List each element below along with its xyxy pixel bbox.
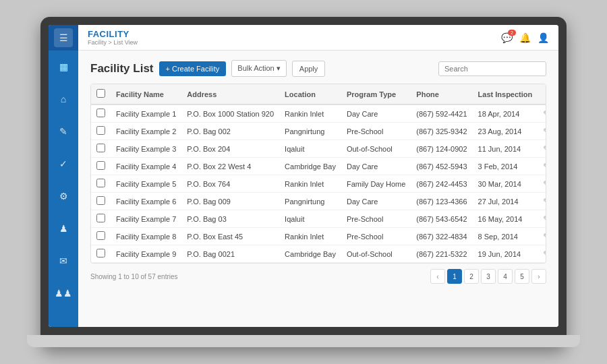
row-program: Pre-School <box>341 210 411 228</box>
settings-icon[interactable]: ⚙ <box>54 187 73 206</box>
apply-button[interactable]: Apply <box>292 61 326 77</box>
create-facility-button[interactable]: + Create Facility <box>159 61 227 76</box>
sidebar: ☰ ▦ ⌂ ✎ ✓ ⚙ ♟ ✉ ♟♟ <box>49 25 78 327</box>
row-phone: (867) 124-0902 <box>411 140 472 158</box>
pagination-prev[interactable]: ‹ <box>430 269 445 284</box>
row-facility-name: Facility Example 4 <box>111 158 181 175</box>
breadcrumb: Facility > List View <box>88 39 138 46</box>
pagination-page-1[interactable]: 1 <box>447 269 462 284</box>
row-location: Cambridge Bay <box>279 245 341 263</box>
row-facility-name: Facility Example 3 <box>111 140 181 158</box>
edit-icon[interactable]: ✎ <box>54 122 73 141</box>
row-inspection: 16 May, 2014 <box>473 210 538 228</box>
edit-row-button[interactable]: ✎ <box>543 179 546 189</box>
row-program: Day Care <box>341 158 411 175</box>
row-checkbox-cell <box>91 193 111 210</box>
row-checkbox-8[interactable] <box>96 249 105 257</box>
profile-icon[interactable]: 👤 <box>538 32 549 43</box>
showing-entries: Showing 1 to 10 of 57 entries <box>90 273 178 280</box>
col-facility-name: Facility Name <box>111 84 181 104</box>
col-program-type: Program Type <box>341 84 411 104</box>
row-checkbox-cell <box>91 175 111 193</box>
table-row: Facility Example 7 P.O. Bag 03 Iqaluit P… <box>91 210 546 228</box>
chat-icon[interactable]: ✉ <box>54 251 73 270</box>
row-program: Day Care <box>341 104 411 123</box>
edit-row-button[interactable]: ✎ <box>543 249 546 259</box>
page-title: Facility List <box>90 62 154 75</box>
bell-icon[interactable]: 🔔 <box>519 32 531 43</box>
row-inspection: 30 Mar, 2014 <box>473 175 538 193</box>
row-phone: (867) 322-4834 <box>411 228 472 245</box>
row-inspection: 27 Jul, 2014 <box>473 193 538 210</box>
table-row: Facility Example 6 P.O. Bag 009 Pangnirt… <box>91 193 546 210</box>
row-checkbox-3[interactable] <box>96 161 105 170</box>
row-phone: (867) 452-5943 <box>411 158 472 175</box>
row-location: Cambridge Bay <box>279 158 341 175</box>
row-checkbox-cell <box>91 104 111 123</box>
row-program: Day Care <box>341 193 411 210</box>
pagination-page-5[interactable]: 5 <box>515 269 529 284</box>
select-all-checkbox[interactable] <box>96 89 105 98</box>
table-row: Facility Example 5 P.O. Box 764 Rankin I… <box>91 175 546 193</box>
notification-icon[interactable]: 💬 2 <box>501 32 513 43</box>
pagination-page-3[interactable]: 3 <box>481 269 496 284</box>
page-header: Facility List + Create Facility Bulk Act… <box>90 60 546 77</box>
row-checkbox-0[interactable] <box>96 109 105 117</box>
table-header-row: Facility Name Address Location Program T… <box>91 84 546 104</box>
user-icon[interactable]: ♟ <box>54 219 73 238</box>
row-program: Pre-School <box>341 228 411 245</box>
check-icon[interactable]: ✓ <box>54 154 73 173</box>
notification-badge: 2 <box>508 30 516 36</box>
row-phone: (867) 221-5322 <box>411 245 472 263</box>
edit-row-button[interactable]: ✎ <box>543 162 546 171</box>
row-actions: ✎ ✕ <box>538 104 546 123</box>
main-area: FACILITY Facility > List View 💬 2 🔔 👤 Fa… <box>78 25 558 327</box>
edit-row-button[interactable]: ✎ <box>543 214 546 224</box>
content-area: Facility List + Create Facility Bulk Act… <box>78 51 558 327</box>
row-location: Rankin Inlet <box>279 175 341 193</box>
row-address: P.O. Bag 0021 <box>181 245 279 263</box>
menu-icon[interactable]: ☰ <box>54 28 73 47</box>
col-actions <box>538 84 546 104</box>
search-input[interactable] <box>438 61 546 76</box>
row-checkbox-4[interactable] <box>96 179 105 187</box>
row-checkbox-2[interactable] <box>96 144 105 152</box>
sidebar-header: ☰ <box>49 25 78 51</box>
row-inspection: 23 Aug, 2014 <box>473 123 538 140</box>
pagination-next[interactable]: › <box>531 269 546 284</box>
pagination: ‹ 1 2 3 4 5 › <box>430 269 546 284</box>
edit-row-button[interactable]: ✎ <box>543 232 546 241</box>
row-checkbox-5[interactable] <box>96 196 105 205</box>
group-icon[interactable]: ♟♟ <box>54 284 73 303</box>
row-phone: (867) 123-4366 <box>411 193 472 210</box>
edit-row-button[interactable]: ✎ <box>543 127 546 136</box>
row-facility-name: Facility Example 6 <box>111 193 181 210</box>
row-facility-name: Facility Example 5 <box>111 175 181 193</box>
row-actions: ✎ ✕ <box>538 140 546 158</box>
row-program: Out-of-School <box>341 140 411 158</box>
col-address: Address <box>181 84 279 104</box>
chart-icon[interactable]: ▦ <box>54 57 73 76</box>
topbar-icons: 💬 2 🔔 👤 <box>501 32 549 43</box>
row-inspection: 18 Apr, 2014 <box>473 104 538 123</box>
row-checkbox-6[interactable] <box>96 214 105 222</box>
home-icon[interactable]: ⌂ <box>54 90 73 109</box>
edit-row-button[interactable]: ✎ <box>543 144 546 154</box>
table-row: Facility Example 2 P.O. Bag 002 Pangnirt… <box>91 123 546 140</box>
col-phone: Phone <box>411 84 472 104</box>
row-actions: ✎ ✕ <box>538 158 546 175</box>
row-actions: ✎ ✕ <box>538 210 546 228</box>
topbar: FACILITY Facility > List View 💬 2 🔔 👤 <box>78 25 558 51</box>
table-row: Facility Example 8 P.O. Box East 45 Rank… <box>91 228 546 245</box>
pagination-page-2[interactable]: 2 <box>464 269 479 284</box>
row-address: P.O. Bag 009 <box>181 193 279 210</box>
edit-row-button[interactable]: ✎ <box>543 197 546 206</box>
row-checkbox-7[interactable] <box>96 231 105 240</box>
row-location: Iqaluit <box>279 140 341 158</box>
pagination-page-4[interactable]: 4 <box>498 269 513 284</box>
row-checkbox-1[interactable] <box>96 126 105 135</box>
bulk-action-dropdown[interactable]: Bulk Action ▾ <box>231 60 286 77</box>
row-location: Pangnirtung <box>279 193 341 210</box>
edit-row-button[interactable]: ✎ <box>543 109 546 119</box>
row-location: Rankin Inlet <box>279 104 341 123</box>
